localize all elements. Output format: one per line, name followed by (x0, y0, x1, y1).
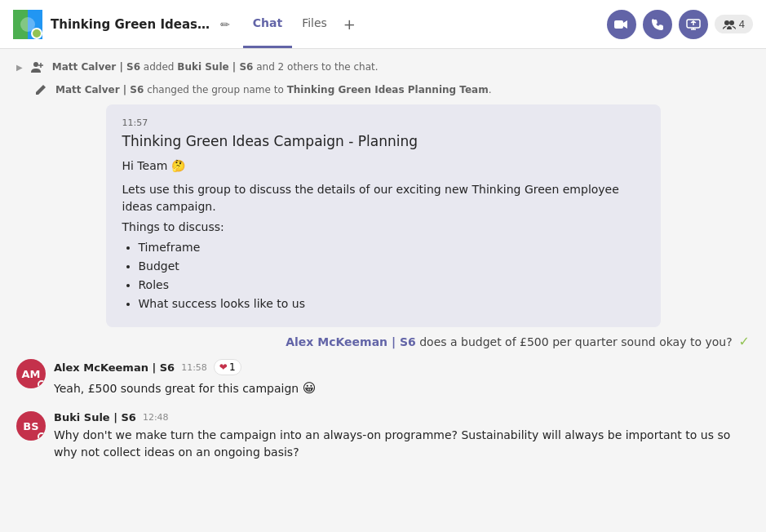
message-left-content-2: Buki Sule | S6 12:48 Why don't we make t… (54, 411, 750, 461)
add-tab-button[interactable]: + (337, 0, 362, 48)
reaction-badge-1[interactable]: ❤ 1 (214, 359, 241, 375)
svg-point-7 (33, 62, 38, 67)
svg-point-5 (724, 20, 729, 25)
message-bubble-1: 11:57 Thinking Green Ideas Campaign - Pl… (106, 104, 661, 327)
audio-call-button[interactable] (643, 10, 672, 39)
sender-name-right: Alex McKeeman | S6 (286, 335, 416, 348)
message-timestamp-alex: 11:58 (181, 362, 207, 373)
expand-icon[interactable]: ▶ (16, 63, 23, 72)
avatar-buki-status-dot (38, 432, 46, 441)
participants-button[interactable]: 4 (715, 15, 753, 33)
smiley-emoji: 😀 (303, 380, 317, 396)
chat-body: ▶ Matt Calver | S6 added Buki Sule | S6 … (0, 49, 766, 532)
message-greeting: Hi Team 🤔 (122, 157, 644, 175)
avatar-buki: BS (16, 411, 46, 441)
reaction-count: 1 (229, 361, 236, 373)
bullet-item-2: Budget (139, 258, 644, 275)
avatar-alex: AM (16, 359, 46, 388)
message-time-1: 11:57 (122, 117, 644, 128)
video-call-button[interactable] (607, 10, 636, 39)
sent-check-icon: ✓ (739, 334, 750, 349)
sender-buki-name: Buki Sule | S6 (54, 411, 136, 423)
message-buki-text: Why don't we make turn the campaign into… (54, 427, 750, 461)
tab-chat[interactable]: Chat (243, 0, 292, 48)
avatar-status-dot (38, 380, 46, 388)
message-bullet-list: Timeframe Budget Roles What success look… (139, 239, 644, 313)
header-nav: Chat Files + (243, 0, 362, 48)
message-left-content-1: Alex McKeeman | S6 11:58 ❤ 1 Yeah, £500 … (54, 359, 750, 398)
svg-point-2 (20, 17, 35, 32)
edit-icon[interactable]: ✏ (220, 18, 230, 31)
header: Thinking Green Ideas Pl... ✏ Chat Files … (0, 0, 766, 49)
bullet-item-1: Timeframe (139, 239, 644, 256)
share-screen-button[interactable] (679, 10, 708, 39)
tab-files[interactable]: Files (292, 0, 337, 48)
message-left-header-2: Buki Sule | S6 12:48 (54, 411, 750, 423)
message-bubble-container: 11:57 Thinking Green Ideas Campaign - Pl… (0, 101, 766, 330)
bullet-item-4: What success looks like to us (139, 295, 644, 313)
message-right-text-1: Alex McKeeman | S6 does a budget of £500… (286, 335, 732, 348)
heart-emoji: ❤ (219, 361, 228, 373)
message-timestamp-buki: 12:48 (143, 412, 169, 423)
group-name: Thinking Green Ideas Pl... (51, 17, 214, 32)
message-alex-text: Yeah, £500 sounds great for this campaig… (54, 379, 750, 398)
participants-count: 4 (739, 18, 745, 30)
message-left-header-1: Alex McKeeman | S6 11:58 ❤ 1 (54, 359, 750, 375)
header-actions: 4 (607, 10, 753, 39)
message-title-1: Thinking Green Ideas Campaign - Planning (122, 133, 644, 149)
group-avatar (13, 10, 42, 39)
message-left-2: BS Buki Sule | S6 12:48 Why don't we mak… (0, 405, 766, 468)
pencil-icon (33, 82, 49, 98)
svg-rect-3 (614, 20, 623, 29)
system-message-1-text: Matt Calver | S6 added Buki Sule | S6 an… (52, 61, 379, 73)
system-message-2-text: Matt Calver | S6 changed the group name … (55, 84, 491, 95)
add-user-icon (29, 59, 46, 75)
message-right-1: Alex McKeeman | S6 does a budget of £500… (0, 330, 766, 352)
message-body-1: Hi Team 🤔 Lets use this group to discuss… (122, 157, 644, 313)
message-sub-label: Things to discuss: (122, 219, 644, 236)
svg-point-6 (729, 20, 734, 25)
message-intro: Lets use this group to discuss the detai… (122, 181, 644, 215)
system-message-2: Matt Calver | S6 changed the group name … (0, 78, 766, 101)
sender-alex-name: Alex McKeeman | S6 (54, 361, 175, 374)
bullet-item-3: Roles (139, 277, 644, 294)
message-left-1: AM Alex McKeeman | S6 11:58 ❤ 1 Yeah, £5… (0, 352, 766, 405)
system-message-1: ▶ Matt Calver | S6 added Buki Sule | S6 … (0, 55, 766, 78)
